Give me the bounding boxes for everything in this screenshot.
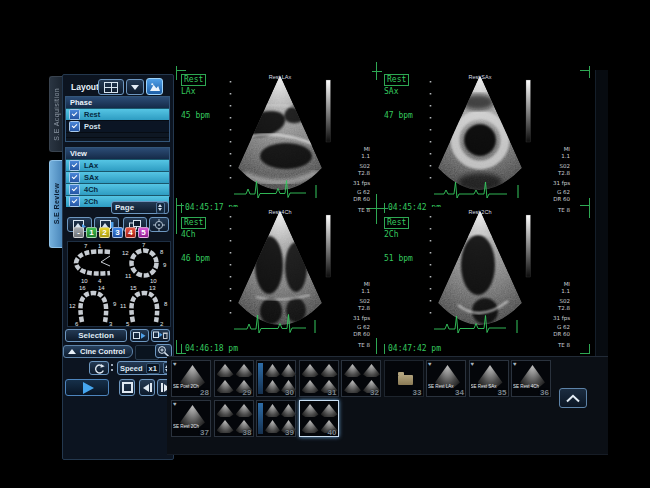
segment-diagram-2ch: 15 13 11 8 5 2 <box>119 284 170 326</box>
thumbnail-number: 34 <box>455 388 464 397</box>
segment-diagram-4ch: 16 14 12 9 6 3 <box>68 284 119 326</box>
chevron-up-icon <box>565 394 581 403</box>
send-image-button[interactable] <box>130 329 149 342</box>
quad-frame-mark <box>589 344 590 354</box>
collapse-triangle-icon <box>68 349 76 354</box>
svg-text:9: 9 <box>163 262 167 268</box>
score-button-2[interactable]: 2 <box>99 227 110 238</box>
thumbnail-28[interactable]: ♥ SE Post 2Ch 28 <box>171 360 211 397</box>
checkbox-checked-icon[interactable] <box>69 172 80 183</box>
svg-text:5: 5 <box>126 321 130 326</box>
layout-dropdown[interactable] <box>126 79 144 95</box>
score-5-label: 5 <box>141 228 145 237</box>
phase-tag: Rest <box>384 74 409 86</box>
ultrasound-image-rest-lax[interactable]: Rest LAx <box>228 72 333 204</box>
svg-text:8: 8 <box>160 249 164 255</box>
acquisition-params: MI1.1 S02T2.8 31 fpsG 62 DR 60TE 8 <box>536 146 570 214</box>
checkbox-checked-icon[interactable] <box>69 184 80 195</box>
speed-value: x1 <box>146 363 160 374</box>
checkbox-checked-icon[interactable] <box>69 109 80 120</box>
segment-diagram-box[interactable]: 7 1 10 4 7 8 9 10 11 12 16 14 12 9 6 <box>67 241 171 327</box>
view-row-sax[interactable]: SAx <box>66 171 169 183</box>
thumbnail-number: 40 <box>328 428 337 437</box>
step-back-button[interactable] <box>139 379 155 396</box>
tab-se-review[interactable]: S.E Review <box>49 160 63 248</box>
thumbnail-39[interactable]: 39 <box>256 400 296 437</box>
loop-mode-button[interactable] <box>89 361 109 375</box>
thumbnail-30[interactable]: 30 <box>256 360 296 397</box>
svg-text:Rest 2Ch: Rest 2Ch <box>469 209 492 215</box>
thumbnail-29[interactable]: 29 <box>214 360 254 397</box>
score-button-none[interactable]: - <box>73 227 84 238</box>
score-none-label: - <box>77 228 80 237</box>
tab-se-review-label: S.E Review <box>53 183 60 224</box>
acquisition-params: MI1.1 S02T2.8 31 fpsG 62 DR 60TE 8 <box>536 281 570 349</box>
svg-text:15: 15 <box>130 285 137 291</box>
tab-se-acquisition-label: S.E Acquisition <box>53 88 60 141</box>
cine-control-header[interactable]: Cine Control <box>63 345 133 358</box>
thumbnail-number: 29 <box>243 388 252 397</box>
score-button-5[interactable]: 5 <box>138 227 149 238</box>
play-button[interactable] <box>65 379 109 396</box>
stop-button[interactable] <box>119 379 135 396</box>
thumbnail-36[interactable]: ♥ SE Rest 4Ch 36 <box>511 360 551 397</box>
speed-control[interactable]: Speed x1 <box>117 361 170 375</box>
thumbnail-38[interactable]: 38 <box>214 400 254 437</box>
checkbox-checked-icon[interactable] <box>69 160 80 171</box>
view-tag: LAx <box>181 87 210 97</box>
thumbnail-panel-strip <box>258 363 263 394</box>
svg-text:11: 11 <box>125 273 132 279</box>
checkbox-checked-icon[interactable] <box>69 196 80 207</box>
svg-text:14: 14 <box>98 285 105 291</box>
page-button[interactable]: Page <box>111 201 169 214</box>
phase-row-rest-label: Rest <box>84 110 100 119</box>
segment-diagram-lax: 7 1 10 4 <box>68 242 119 284</box>
thumbnail-32[interactable]: 32 <box>341 360 381 397</box>
score-3-label: 3 <box>115 228 119 237</box>
view-row-sax-label: SAx <box>84 173 99 182</box>
thumbnail-number: 32 <box>370 388 379 397</box>
application-window: S.E Acquisition S.E Review Layout Phase … <box>0 0 650 488</box>
ultrasound-image-rest-4ch[interactable]: Rest 4Ch <box>228 207 333 339</box>
thumbnail-number: 38 <box>243 428 252 437</box>
ultrasound-image-rest-2ch[interactable]: Rest 2Ch <box>428 207 533 339</box>
thumbnail-34[interactable]: ♥ SE Rest LAx 34 <box>426 360 466 397</box>
score-button-1[interactable]: 1 <box>86 227 97 238</box>
target-button[interactable] <box>149 217 169 232</box>
view-row-lax[interactable]: LAx <box>66 159 169 171</box>
thumbnail-number: 37 <box>200 428 209 437</box>
cine-control-label: Cine Control <box>80 347 125 356</box>
svg-text:7: 7 <box>142 242 146 248</box>
layout-grid-button[interactable] <box>98 79 124 95</box>
filmstrip-collapse-button[interactable] <box>559 388 587 408</box>
view-row-4ch[interactable]: 4Ch <box>66 183 169 195</box>
layout-label: Layout <box>71 82 99 92</box>
svg-text:8: 8 <box>164 301 168 307</box>
phase-row-rest[interactable]: Rest <box>66 108 169 120</box>
page-spinner[interactable] <box>156 202 165 214</box>
checkbox-checked-icon[interactable] <box>69 121 80 132</box>
quad-frame-mark <box>176 198 177 234</box>
selection-button[interactable]: Selection <box>65 329 127 342</box>
quad-frame-mark <box>372 71 382 72</box>
tab-se-acquisition[interactable]: S.E Acquisition <box>49 76 63 152</box>
phase-row-post-label: Post <box>84 122 100 131</box>
svg-text:6: 6 <box>75 321 79 326</box>
view-panel-header: View <box>66 148 169 159</box>
thumbnail-label: SE Post 2Ch <box>173 384 199 389</box>
thumbnail-31[interactable]: 31 <box>299 360 339 397</box>
image-view-button[interactable] <box>146 78 163 95</box>
svg-text:16: 16 <box>79 285 86 291</box>
thumbnail-35[interactable]: ♥ SE Rest SAx 35 <box>469 360 509 397</box>
phase-row-post[interactable]: Post <box>66 120 169 132</box>
thumbnail-33-folder[interactable]: 33 <box>384 360 424 397</box>
step-back-icon <box>143 384 149 392</box>
ultrasound-image-rest-sax[interactable]: Rest SAx <box>428 72 533 204</box>
speed-label: Speed <box>120 364 143 373</box>
thumbnail-40-selected[interactable]: 40 <box>299 400 339 437</box>
phase-panel: Phase Rest Post <box>65 96 170 142</box>
score-button-3[interactable]: 3 <box>112 227 123 238</box>
score-button-4[interactable]: 4 <box>125 227 136 238</box>
thumbnail-37[interactable]: ♥ SE Rest 2Ch 37 <box>171 400 211 437</box>
delete-image-button[interactable] <box>151 329 170 342</box>
